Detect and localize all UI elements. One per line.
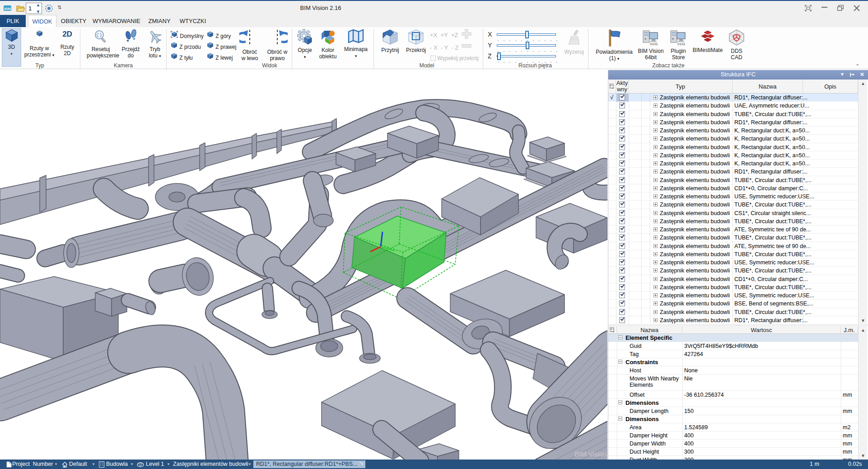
svg-text:0101: 0101	[677, 42, 686, 46]
svg-text:BIM: BIM	[5, 7, 11, 11]
svg-text:BIM Vision: BIM Vision	[574, 450, 607, 458]
svg-text:0101: 0101	[650, 42, 658, 46]
